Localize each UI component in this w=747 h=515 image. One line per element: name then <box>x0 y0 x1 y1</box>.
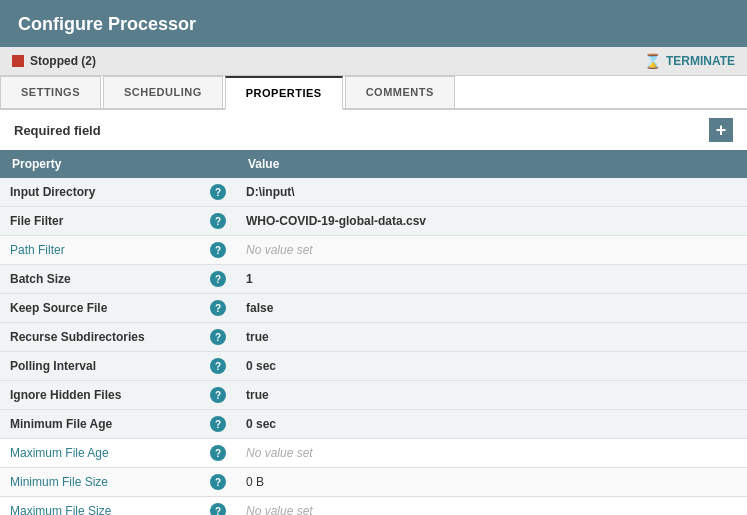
property-value[interactable]: 1 <box>236 265 707 294</box>
property-actions <box>707 439 747 468</box>
property-value[interactable]: false <box>236 294 707 323</box>
property-value[interactable]: D:\input\ <box>236 178 707 207</box>
property-name: Recurse Subdirectories <box>0 323 200 352</box>
help-icon[interactable]: ? <box>210 300 226 316</box>
status-icon <box>12 55 24 67</box>
property-value[interactable]: No value set <box>236 236 707 265</box>
property-value[interactable]: WHO-COVID-19-global-data.csv <box>236 207 707 236</box>
help-icon[interactable]: ? <box>210 271 226 287</box>
help-icon[interactable]: ? <box>210 474 226 490</box>
property-value[interactable]: No value set <box>236 497 707 516</box>
property-actions <box>707 468 747 497</box>
property-value[interactable]: true <box>236 381 707 410</box>
help-cell: ? <box>200 323 236 352</box>
tab-comments[interactable]: COMMENTS <box>345 76 455 108</box>
help-icon[interactable]: ? <box>210 387 226 403</box>
help-icon[interactable]: ? <box>210 445 226 461</box>
property-name: Ignore Hidden Files <box>0 381 200 410</box>
required-field-label: Required field <box>14 123 101 138</box>
add-property-button[interactable]: + <box>709 118 733 142</box>
table-row: Minimum File Size?0 B <box>0 468 747 497</box>
help-cell: ? <box>200 468 236 497</box>
status-label: Stopped (2) <box>30 54 96 68</box>
table-row: Input Directory?D:\input\ <box>0 178 747 207</box>
property-actions <box>707 323 747 352</box>
help-cell: ? <box>200 352 236 381</box>
help-icon[interactable]: ? <box>210 503 226 515</box>
property-value[interactable]: 0 sec <box>236 352 707 381</box>
tab-bar: SETTINGS SCHEDULING PROPERTIES COMMENTS <box>0 76 747 110</box>
properties-table: Property Value Input Directory?D:\input\… <box>0 150 747 515</box>
property-value[interactable]: 0 sec <box>236 410 707 439</box>
help-icon[interactable]: ? <box>210 242 226 258</box>
table-header-row: Property Value <box>0 150 747 178</box>
property-actions <box>707 410 747 439</box>
property-actions <box>707 352 747 381</box>
property-actions <box>707 207 747 236</box>
table-row: Minimum File Age?0 sec <box>0 410 747 439</box>
help-cell: ? <box>200 439 236 468</box>
tab-settings[interactable]: SETTINGS <box>0 76 101 108</box>
required-bar: Required field + <box>0 110 747 150</box>
property-value[interactable]: 0 B <box>236 468 707 497</box>
table-row: Ignore Hidden Files?true <box>0 381 747 410</box>
help-cell: ? <box>200 207 236 236</box>
help-icon[interactable]: ? <box>210 184 226 200</box>
property-name: Minimum File Age <box>0 410 200 439</box>
tab-properties[interactable]: PROPERTIES <box>225 76 343 110</box>
property-name: Path Filter <box>0 236 200 265</box>
property-value[interactable]: No value set <box>236 439 707 468</box>
property-actions <box>707 294 747 323</box>
status-bar: Stopped (2) ⌛ TERMINATE <box>0 47 747 76</box>
help-cell: ? <box>200 236 236 265</box>
help-cell: ? <box>200 410 236 439</box>
property-name: Polling Interval <box>0 352 200 381</box>
help-icon[interactable]: ? <box>210 213 226 229</box>
help-icon[interactable]: ? <box>210 358 226 374</box>
help-cell: ? <box>200 497 236 516</box>
col-help <box>200 150 236 178</box>
help-icon[interactable]: ? <box>210 416 226 432</box>
property-name: Keep Source File <box>0 294 200 323</box>
dialog-header: Configure Processor <box>0 0 747 47</box>
table-row: File Filter?WHO-COVID-19-global-data.csv <box>0 207 747 236</box>
property-name: Minimum File Size <box>0 468 200 497</box>
table-row: Keep Source File?false <box>0 294 747 323</box>
terminate-icon: ⌛ <box>644 53 661 69</box>
table-row: Maximum File Size?No value set <box>0 497 747 516</box>
property-actions <box>707 265 747 294</box>
col-property: Property <box>0 150 200 178</box>
property-name: Batch Size <box>0 265 200 294</box>
property-actions <box>707 381 747 410</box>
table-row: Polling Interval?0 sec <box>0 352 747 381</box>
terminate-button[interactable]: ⌛ TERMINATE <box>644 53 735 69</box>
property-name: File Filter <box>0 207 200 236</box>
property-actions <box>707 236 747 265</box>
table-row: Recurse Subdirectories?true <box>0 323 747 352</box>
help-cell: ? <box>200 178 236 207</box>
terminate-label: TERMINATE <box>666 54 735 68</box>
help-cell: ? <box>200 294 236 323</box>
property-value[interactable]: true <box>236 323 707 352</box>
property-name: Maximum File Age <box>0 439 200 468</box>
table-row: Batch Size?1 <box>0 265 747 294</box>
property-actions <box>707 178 747 207</box>
table-row: Maximum File Age?No value set <box>0 439 747 468</box>
property-actions <box>707 497 747 516</box>
col-value: Value <box>236 150 707 178</box>
property-name: Input Directory <box>0 178 200 207</box>
dialog-title: Configure Processor <box>18 14 196 34</box>
help-cell: ? <box>200 381 236 410</box>
help-cell: ? <box>200 265 236 294</box>
help-icon[interactable]: ? <box>210 329 226 345</box>
table-row: Path Filter?No value set <box>0 236 747 265</box>
col-actions <box>707 150 747 178</box>
property-name: Maximum File Size <box>0 497 200 516</box>
tab-scheduling[interactable]: SCHEDULING <box>103 76 223 108</box>
status-badge: Stopped (2) <box>12 54 96 68</box>
